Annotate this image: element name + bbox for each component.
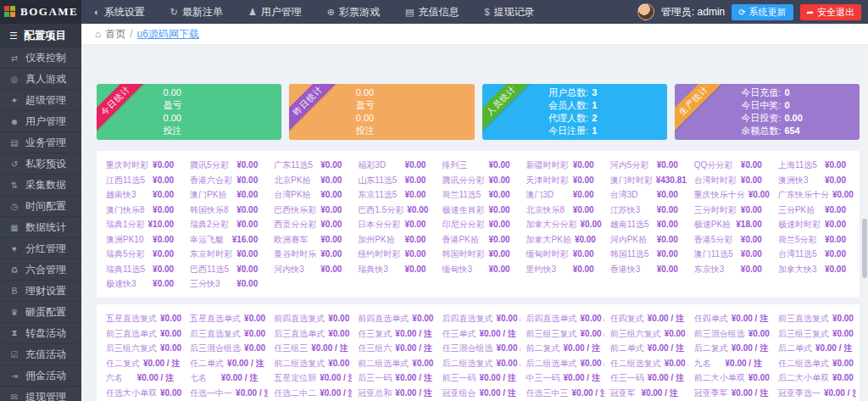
lottery-value: ¥0.00 <box>236 159 258 170</box>
lottery-value: ¥0.00 <box>741 234 762 245</box>
lottery-cell: 日本分分彩¥0.00 <box>352 219 436 230</box>
sidebar-item-12[interactable]: ♛砸蛋配置 <box>0 302 81 323</box>
sidebar-item-15[interactable]: ⇥佣金活动 <box>0 365 81 387</box>
card-line-label: 今日投资: <box>741 113 781 123</box>
stats-card-today: 今日统计0.00盈亏0.00投注 <box>97 84 281 140</box>
lottery-cell: 香港5分彩¥0.00 <box>688 234 772 245</box>
topnav-item-1[interactable]: ↻最新注单 <box>158 0 236 24</box>
sidebar-item-7[interactable]: ◷时间配置 <box>0 196 81 217</box>
bet-value: ¥0.00 / 注 <box>648 343 684 354</box>
lottery-name: 瑞典快3 <box>358 264 388 275</box>
lottery-value: ¥0.00 <box>320 159 342 170</box>
sidebar-item-5[interactable]: ↺私彩预设 <box>0 153 81 175</box>
lottery-cell: 荷兰11选5¥0.00 <box>436 189 520 200</box>
bet-name: 任四单式 <box>694 313 728 324</box>
sidebar-item-0[interactable]: ⇄仪表控制 <box>0 47 81 69</box>
scrollbar-track[interactable] <box>861 45 868 401</box>
sidebar-item-2[interactable]: ✦超级管理 <box>0 90 81 111</box>
lottery-cell: 腾讯分分彩¥0.00 <box>436 175 520 186</box>
sidebar-item-14[interactable]: ☑充值活动 <box>0 344 81 365</box>
lottery-cell: 巴西11选5¥0.00 <box>184 264 268 275</box>
breadcrumb-current-link[interactable]: u6源码网下载 <box>137 27 199 42</box>
lottery-cell: 河内PK拾¥0.00 <box>604 234 688 245</box>
card-line: 代理人数:2 <box>548 112 597 125</box>
scrollbar-thumb[interactable] <box>862 219 867 278</box>
lottery-name: 极速PK拾 <box>694 219 731 230</box>
lottery-value: ¥0.00 <box>404 175 426 186</box>
lottery-cell: 澳门3D¥0.00 <box>520 189 604 200</box>
lottery-cell: 韩国快乐8¥0.00 <box>184 204 268 215</box>
lottery-value: ¥0.00 <box>573 189 594 200</box>
lottery-cell: 三分PK拾¥0.00 <box>772 204 856 215</box>
card-line-label: 盈亏 <box>356 100 375 110</box>
lottery-value: ¥0.00 <box>657 234 678 245</box>
bet-cell: 任二单式¥0.00 / 注 <box>184 358 268 369</box>
bet-cell: 任二复式¥0.00 / 注 <box>100 358 184 369</box>
topbar-menu: ◐系统设置↻最新注单♟用户管理⊕彩票游戏▤充值信息$提现记录 <box>81 0 548 24</box>
bet-cell: 冠亚季选一¥0.00 / 注 <box>772 387 856 398</box>
lottery-cell: 澳门PK拾¥0.00 <box>184 189 268 200</box>
bet-name: 前二组选复式 <box>274 358 325 369</box>
lottery-value: ¥0.00 <box>404 189 426 200</box>
topnav-icon-3: ⊕ <box>327 7 335 18</box>
bet-cell: 后二组选复式¥0.00 / 注 <box>436 358 520 369</box>
lottery-value: ¥0.00 <box>657 159 678 170</box>
lottery-cell: 荷兰5分彩¥0.00 <box>772 234 856 245</box>
bet-name: 冠亚组合 <box>442 387 476 398</box>
sidebar-item-label: 私彩预设 <box>25 157 66 171</box>
bet-name: 后四直选复式 <box>442 313 492 324</box>
bet-name: 任三复式 <box>358 328 392 339</box>
card-line: 0.00 <box>356 112 375 125</box>
topnav-item-0[interactable]: ◐系统设置 <box>81 0 158 24</box>
sidebar-item-6[interactable]: ⇅采集数据 <box>0 175 81 196</box>
stats-card-production: 生产统计今日充值:0今日中奖:0今日投资:0.00余额总数:654 <box>675 84 860 140</box>
bet-name: 中三一码 <box>526 372 560 383</box>
lottery-name: 排列三 <box>442 159 467 170</box>
sidebar-item-3[interactable]: ☻用户管理 <box>0 111 81 132</box>
topnav-item-4[interactable]: ▤充值信息 <box>392 0 471 24</box>
lottery-cell: 韩国11选5¥0.00 <box>604 248 688 259</box>
lottery-cell: 北京PK拾¥0.00 <box>268 175 352 186</box>
card-line-value: 3 <box>592 87 597 97</box>
lottery-name: 澳门PK拾 <box>190 189 226 200</box>
topnav-item-5[interactable]: $提现记录 <box>471 0 547 24</box>
breadcrumb-separator: / <box>130 28 132 40</box>
system-update-button[interactable]: ⟳ 系统更新 <box>732 4 793 20</box>
bet-value: ¥0.00 / 注 <box>137 372 174 383</box>
sidebar-item-16[interactable]: ✉提现管理 <box>0 387 81 401</box>
bet-cell: 前二复式¥0.00 / 注 <box>520 343 604 354</box>
lottery-value: ¥0.00 <box>657 204 678 215</box>
breadcrumb-home[interactable]: 首页 <box>105 27 125 42</box>
lottery-value: ¥18.00 <box>736 219 762 230</box>
lottery-cell: 台湾3D¥0.00 <box>604 189 688 200</box>
bet-name: 前四直选单式 <box>358 313 409 324</box>
breadcrumb: ⌂ 首页 / u6源码网下载 <box>81 24 868 45</box>
sidebar-item-10[interactable]: ♻六合管理 <box>0 259 81 281</box>
lottery-name: 广东11选5 <box>274 159 313 170</box>
lottery-name: 韩国快乐8 <box>190 204 229 215</box>
lottery-cell: 广东11选5¥0.00 <box>268 159 352 170</box>
lottery-name: 曼谷时时乐 <box>274 248 316 259</box>
lottery-value: ¥0.00 <box>489 159 510 170</box>
sidebar-item-label: 真人游戏 <box>25 72 66 86</box>
bet-value: ¥0.00 / 注 <box>496 343 520 354</box>
bet-name: 后二组选复式 <box>442 358 492 369</box>
lottery-cell: 瑞典5分彩¥0.00 <box>100 248 184 259</box>
topnav-item-2[interactable]: ♟用户管理 <box>236 0 314 24</box>
sidebar-item-9[interactable]: ♥分红管理 <box>0 238 81 259</box>
sidebar-item-13[interactable]: ⧗转盘活动 <box>0 323 81 344</box>
bet-name: 任二复式 <box>106 358 140 369</box>
logout-button[interactable]: ➦ 安全退出 <box>800 4 861 20</box>
bet-cell: 任四单式¥0.00 / 注 <box>688 313 772 324</box>
bet-name: 后二单式 <box>778 343 812 354</box>
topnav-item-3[interactable]: ⊕彩票游戏 <box>314 0 392 24</box>
card-line-label: 今日充值: <box>741 87 781 97</box>
lottery-name: 瑞典5分彩 <box>106 248 145 259</box>
sidebar-item-8[interactable]: ▦数据统计 <box>0 217 81 238</box>
sidebar-item-11[interactable]: B理财设置 <box>0 281 81 302</box>
bet-value: ¥0.00 / 注 <box>236 387 268 398</box>
avatar[interactable] <box>637 3 654 20</box>
sidebar-item-4[interactable]: ▤业务管理 <box>0 132 81 153</box>
sidebar-item-1[interactable]: ◎真人游戏 <box>0 69 81 90</box>
lottery-value: ¥0.00 <box>153 278 174 289</box>
